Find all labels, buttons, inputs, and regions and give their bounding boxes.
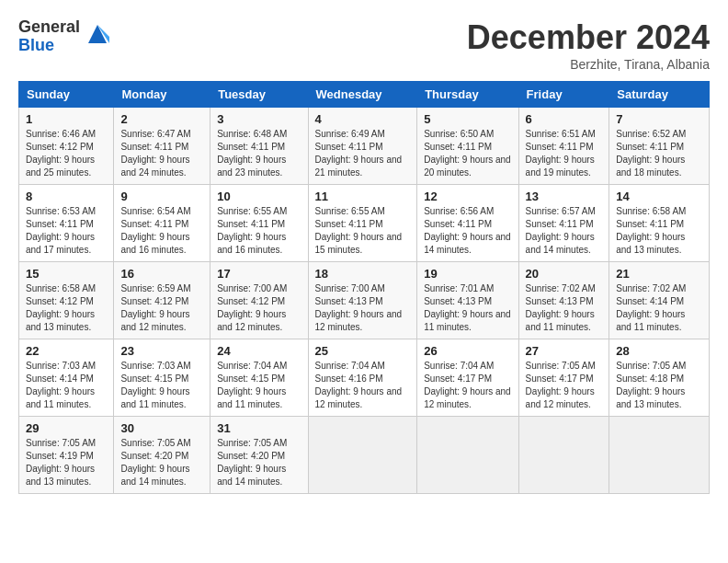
day-number: 7 bbox=[616, 112, 702, 126]
day-number: 26 bbox=[424, 344, 511, 358]
day-info: Sunrise: 7:02 AMSunset: 4:13 PMDaylight:… bbox=[526, 283, 596, 332]
calendar-cell: 22 Sunrise: 7:03 AMSunset: 4:14 PMDaylig… bbox=[19, 339, 114, 417]
day-info: Sunrise: 7:04 AMSunset: 4:16 PMDaylight:… bbox=[315, 361, 403, 409]
month-title: December 2024 bbox=[467, 18, 710, 57]
calendar-cell: 24 Sunrise: 7:04 AMSunset: 4:15 PMDaylig… bbox=[210, 339, 308, 417]
day-info: Sunrise: 7:01 AMSunset: 4:13 PMDaylight:… bbox=[424, 283, 511, 332]
day-info: Sunrise: 7:05 AMSunset: 4:20 PMDaylight:… bbox=[120, 438, 190, 487]
day-number: 3 bbox=[217, 112, 301, 126]
day-info: Sunrise: 6:47 AMSunset: 4:11 PMDaylight:… bbox=[120, 129, 190, 178]
day-info: Sunrise: 6:59 AMSunset: 4:12 PMDaylight:… bbox=[120, 283, 190, 332]
day-number: 29 bbox=[26, 421, 107, 435]
day-number: 2 bbox=[120, 112, 203, 126]
day-number: 28 bbox=[616, 344, 702, 358]
calendar-cell: 4 Sunrise: 6:49 AMSunset: 4:11 PMDayligh… bbox=[308, 108, 417, 185]
day-info: Sunrise: 6:56 AMSunset: 4:11 PMDaylight:… bbox=[424, 206, 511, 255]
day-info: Sunrise: 6:55 AMSunset: 4:11 PMDaylight:… bbox=[315, 206, 403, 255]
day-number: 23 bbox=[120, 344, 203, 358]
page-header: General Blue December 2024 Berzhite, Tir… bbox=[18, 18, 710, 72]
calendar-cell: 20 Sunrise: 7:02 AMSunset: 4:13 PMDaylig… bbox=[518, 262, 609, 339]
calendar-cell: 9 Sunrise: 6:54 AMSunset: 4:11 PMDayligh… bbox=[114, 185, 210, 262]
day-info: Sunrise: 7:04 AMSunset: 4:15 PMDaylight:… bbox=[217, 361, 287, 409]
calendar-cell: 19 Sunrise: 7:01 AMSunset: 4:13 PMDaylig… bbox=[417, 262, 518, 339]
calendar-week-row: 29 Sunrise: 7:05 AMSunset: 4:19 PMDaylig… bbox=[19, 417, 710, 494]
calendar-cell: 2 Sunrise: 6:47 AMSunset: 4:11 PMDayligh… bbox=[114, 108, 210, 185]
day-info: Sunrise: 6:46 AMSunset: 4:12 PMDaylight:… bbox=[26, 129, 96, 178]
day-info: Sunrise: 7:00 AMSunset: 4:13 PMDaylight:… bbox=[315, 283, 403, 332]
day-number: 20 bbox=[526, 267, 603, 281]
day-number: 8 bbox=[26, 190, 107, 203]
calendar-week-row: 1 Sunrise: 6:46 AMSunset: 4:12 PMDayligh… bbox=[19, 108, 710, 185]
day-info: Sunrise: 6:53 AMSunset: 4:11 PMDaylight:… bbox=[26, 206, 96, 255]
day-number: 31 bbox=[217, 421, 301, 435]
day-info: Sunrise: 7:00 AMSunset: 4:12 PMDaylight:… bbox=[217, 283, 287, 332]
day-info: Sunrise: 6:54 AMSunset: 4:11 PMDaylight:… bbox=[120, 206, 190, 255]
calendar-cell: 27 Sunrise: 7:05 AMSunset: 4:17 PMDaylig… bbox=[518, 339, 609, 417]
calendar-cell: 30 Sunrise: 7:05 AMSunset: 4:20 PMDaylig… bbox=[114, 417, 210, 494]
calendar-cell: 8 Sunrise: 6:53 AMSunset: 4:11 PMDayligh… bbox=[19, 185, 114, 262]
day-info: Sunrise: 7:03 AMSunset: 4:14 PMDaylight:… bbox=[26, 361, 96, 409]
day-number: 10 bbox=[217, 190, 301, 203]
day-number: 30 bbox=[120, 421, 203, 435]
day-info: Sunrise: 7:05 AMSunset: 4:19 PMDaylight:… bbox=[26, 438, 96, 487]
calendar-table: SundayMondayTuesdayWednesdayThursdayFrid… bbox=[18, 81, 710, 494]
calendar-cell: 1 Sunrise: 6:46 AMSunset: 4:12 PMDayligh… bbox=[19, 108, 114, 185]
day-info: Sunrise: 6:48 AMSunset: 4:11 PMDaylight:… bbox=[217, 129, 287, 178]
day-info: Sunrise: 6:51 AMSunset: 4:11 PMDaylight:… bbox=[526, 129, 596, 178]
calendar-cell: 21 Sunrise: 7:02 AMSunset: 4:14 PMDaylig… bbox=[609, 262, 710, 339]
weekday-header: Saturday bbox=[609, 82, 710, 108]
calendar-cell: 15 Sunrise: 6:58 AMSunset: 4:12 PMDaylig… bbox=[19, 262, 114, 339]
logo-blue: Blue bbox=[18, 37, 80, 55]
calendar-cell: 6 Sunrise: 6:51 AMSunset: 4:11 PMDayligh… bbox=[518, 108, 609, 185]
calendar-cell bbox=[518, 417, 609, 494]
day-info: Sunrise: 6:52 AMSunset: 4:11 PMDaylight:… bbox=[616, 129, 686, 178]
calendar-week-row: 22 Sunrise: 7:03 AMSunset: 4:14 PMDaylig… bbox=[19, 339, 710, 417]
calendar-cell: 31 Sunrise: 7:05 AMSunset: 4:20 PMDaylig… bbox=[210, 417, 308, 494]
weekday-header-row: SundayMondayTuesdayWednesdayThursdayFrid… bbox=[19, 82, 710, 108]
calendar-cell: 13 Sunrise: 6:57 AMSunset: 4:11 PMDaylig… bbox=[518, 185, 609, 262]
day-info: Sunrise: 7:05 AMSunset: 4:20 PMDaylight:… bbox=[217, 438, 287, 487]
day-info: Sunrise: 7:02 AMSunset: 4:14 PMDaylight:… bbox=[616, 283, 686, 332]
day-number: 6 bbox=[526, 112, 603, 126]
day-number: 4 bbox=[315, 112, 411, 126]
calendar-cell: 7 Sunrise: 6:52 AMSunset: 4:11 PMDayligh… bbox=[609, 108, 710, 185]
day-number: 17 bbox=[217, 267, 301, 281]
day-info: Sunrise: 6:55 AMSunset: 4:11 PMDaylight:… bbox=[217, 206, 287, 255]
day-info: Sunrise: 6:57 AMSunset: 4:11 PMDaylight:… bbox=[526, 206, 596, 255]
location-subtitle: Berzhite, Tirana, Albania bbox=[467, 57, 710, 72]
day-number: 24 bbox=[217, 344, 301, 358]
day-number: 16 bbox=[120, 267, 203, 281]
day-info: Sunrise: 7:04 AMSunset: 4:17 PMDaylight:… bbox=[424, 361, 511, 409]
calendar-cell bbox=[308, 417, 417, 494]
day-number: 11 bbox=[315, 190, 411, 203]
weekday-header: Wednesday bbox=[308, 82, 417, 108]
weekday-header: Thursday bbox=[417, 82, 518, 108]
calendar-cell bbox=[609, 417, 710, 494]
day-number: 14 bbox=[616, 190, 702, 203]
day-info: Sunrise: 6:58 AMSunset: 4:12 PMDaylight:… bbox=[26, 283, 96, 332]
day-number: 12 bbox=[424, 190, 511, 203]
calendar-cell: 28 Sunrise: 7:05 AMSunset: 4:18 PMDaylig… bbox=[609, 339, 710, 417]
calendar-cell: 10 Sunrise: 6:55 AMSunset: 4:11 PMDaylig… bbox=[210, 185, 308, 262]
calendar-cell: 25 Sunrise: 7:04 AMSunset: 4:16 PMDaylig… bbox=[308, 339, 417, 417]
calendar-cell: 3 Sunrise: 6:48 AMSunset: 4:11 PMDayligh… bbox=[210, 108, 308, 185]
weekday-header: Friday bbox=[518, 82, 609, 108]
day-number: 21 bbox=[616, 267, 702, 281]
calendar-cell: 11 Sunrise: 6:55 AMSunset: 4:11 PMDaylig… bbox=[308, 185, 417, 262]
day-number: 27 bbox=[526, 344, 603, 358]
calendar-cell: 5 Sunrise: 6:50 AMSunset: 4:11 PMDayligh… bbox=[417, 108, 518, 185]
weekday-header: Tuesday bbox=[210, 82, 308, 108]
calendar-cell: 14 Sunrise: 6:58 AMSunset: 4:11 PMDaylig… bbox=[609, 185, 710, 262]
calendar-cell bbox=[417, 417, 518, 494]
day-number: 13 bbox=[526, 190, 603, 203]
calendar-cell: 16 Sunrise: 6:59 AMSunset: 4:12 PMDaylig… bbox=[114, 262, 210, 339]
day-info: Sunrise: 7:05 AMSunset: 4:18 PMDaylight:… bbox=[616, 361, 686, 409]
calendar-cell: 17 Sunrise: 7:00 AMSunset: 4:12 PMDaylig… bbox=[210, 262, 308, 339]
logo-general: General bbox=[18, 18, 80, 37]
calendar-cell: 18 Sunrise: 7:00 AMSunset: 4:13 PMDaylig… bbox=[308, 262, 417, 339]
day-info: Sunrise: 7:03 AMSunset: 4:15 PMDaylight:… bbox=[120, 361, 190, 409]
calendar-cell: 23 Sunrise: 7:03 AMSunset: 4:15 PMDaylig… bbox=[114, 339, 210, 417]
day-number: 5 bbox=[424, 112, 511, 126]
weekday-header: Monday bbox=[114, 82, 210, 108]
title-block: December 2024 Berzhite, Tirana, Albania bbox=[467, 18, 710, 72]
